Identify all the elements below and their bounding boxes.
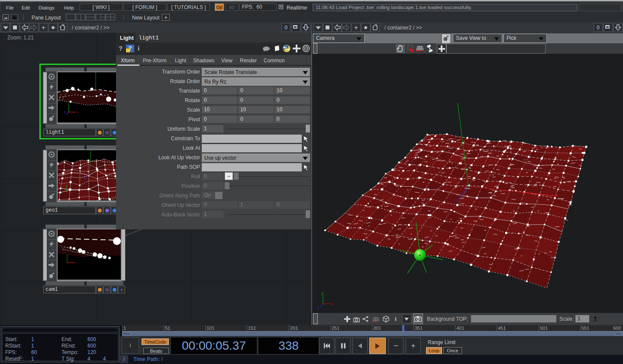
svg-text:y: y <box>322 291 324 296</box>
svg-text:z: z <box>430 237 433 242</box>
svg-text:x: x <box>77 111 79 114</box>
svg-text:z: z <box>64 110 66 113</box>
svg-text:y: y <box>68 102 69 106</box>
svg-text:x: x <box>555 193 557 198</box>
svg-text:x: x <box>331 302 333 306</box>
svg-text:z: z <box>317 306 320 310</box>
svg-text:+: + <box>101 90 103 93</box>
